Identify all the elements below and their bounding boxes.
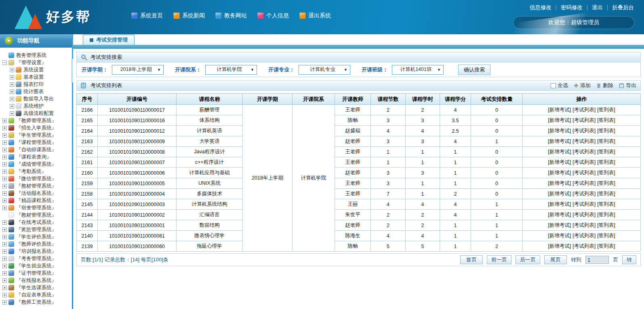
- exam-list-link[interactable]: [考试列表]: [572, 191, 596, 196]
- sidebar-item[interactable]: +系统维护: [2, 102, 72, 110]
- sidebar-item[interactable]: +『培训报名系统』: [2, 248, 72, 255]
- signin-sheet-link[interactable]: [签到表]: [597, 128, 615, 134]
- signin-sheet-link[interactable]: [签到表]: [597, 170, 615, 175]
- add-exam-link[interactable]: [新增考试]: [548, 212, 571, 217]
- nav-toggle-icon[interactable]: [5, 37, 13, 45]
- add-exam-link[interactable]: [新增考试]: [548, 170, 571, 175]
- sidebar-item[interactable]: +『活动报名系统』: [2, 190, 72, 197]
- add-exam-link[interactable]: [新增考试]: [548, 138, 571, 144]
- exam-list-link[interactable]: [考试列表]: [572, 138, 596, 144]
- add-exam-link[interactable]: [新增考试]: [548, 180, 571, 186]
- class-select[interactable]: 计算机1401班 ▼: [392, 65, 444, 75]
- expand-icon[interactable]: +: [2, 286, 7, 290]
- last-page-button[interactable]: 尾页: [544, 255, 567, 264]
- sidebar-item[interactable]: +『考务管理系统』: [2, 255, 72, 262]
- exam-list-link[interactable]: [考试列表]: [572, 243, 596, 249]
- expand-icon[interactable]: +: [2, 162, 7, 167]
- major-select[interactable]: 计算机专业 ▼: [299, 65, 350, 75]
- exam-list-link[interactable]: [考试列表]: [572, 212, 596, 217]
- collapse-icon[interactable]: −: [2, 61, 7, 65]
- expand-icon[interactable]: +: [10, 75, 14, 79]
- expand-icon[interactable]: +: [2, 235, 7, 239]
- next-page-button[interactable]: 后一页: [516, 255, 540, 264]
- add-exam-link[interactable]: [新增考试]: [548, 243, 571, 249]
- expand-icon[interactable]: +: [2, 300, 7, 305]
- sidebar-item[interactable]: +『课程管理系统』: [2, 139, 72, 146]
- expand-icon[interactable]: +: [2, 126, 7, 130]
- signin-sheet-link[interactable]: [签到表]: [597, 222, 615, 228]
- add-exam-link[interactable]: [新增考试]: [548, 191, 571, 196]
- signin-sheet-link[interactable]: [签到表]: [597, 149, 615, 154]
- expand-icon[interactable]: +: [2, 184, 7, 188]
- sidebar-item[interactable]: +报表打印: [2, 81, 72, 88]
- expand-icon[interactable]: +: [2, 119, 7, 123]
- exam-list-link[interactable]: [考试列表]: [572, 117, 596, 123]
- nav-home[interactable]: 系统首页: [131, 12, 163, 19]
- expand-icon[interactable]: +: [2, 198, 7, 203]
- sidebar-item[interactable]: +『学生就业系统』: [2, 262, 72, 269]
- sidebar-item[interactable]: +『考勤系统』: [2, 168, 72, 175]
- signin-sheet-link[interactable]: [签到表]: [597, 191, 615, 196]
- tab-exam-arrangement[interactable]: 考试安排管理: [83, 35, 135, 45]
- signin-sheet-link[interactable]: [签到表]: [597, 117, 615, 123]
- signin-sheet-link[interactable]: [签到表]: [597, 212, 615, 217]
- expand-icon[interactable]: +: [10, 111, 14, 116]
- expand-icon[interactable]: +: [2, 242, 7, 246]
- department-select[interactable]: 计算机学院 ▼: [205, 65, 257, 75]
- add-exam-link[interactable]: [新增考试]: [548, 107, 571, 113]
- sidebar-item[interactable]: +『奖惩管理系统』: [2, 226, 72, 233]
- signin-sheet-link[interactable]: [签到表]: [597, 107, 615, 113]
- sidebar-item[interactable]: +『在线考试系统』: [2, 219, 72, 226]
- nav-exit[interactable]: 退出系统: [299, 12, 331, 19]
- exam-list-link[interactable]: [考试列表]: [572, 180, 596, 186]
- nav-profile[interactable]: 个人信息: [257, 12, 289, 19]
- sidebar-header[interactable]: 功能导航: [0, 34, 72, 48]
- sidebar-item[interactable]: +『招生入学系统』: [2, 124, 72, 132]
- exam-list-link[interactable]: [考试列表]: [572, 222, 596, 228]
- sidebar-item[interactable]: +『在线报名系统』: [2, 277, 72, 284]
- nav-news[interactable]: 系统新闻: [173, 12, 205, 19]
- sidebar-item[interactable]: +『教师工资系统』: [2, 299, 72, 306]
- add-exam-link[interactable]: [新增考试]: [548, 159, 571, 165]
- goto-page-input[interactable]: [585, 256, 609, 264]
- sidebar-item[interactable]: +『教师评价系统』: [2, 240, 72, 248]
- sidebar-item[interactable]: +『微信管理系统』: [2, 175, 72, 182]
- export-button[interactable]: 导出: [619, 82, 636, 89]
- expand-icon[interactable]: +: [2, 271, 7, 276]
- expand-icon[interactable]: +: [10, 104, 14, 109]
- top-link-edit-info[interactable]: 信息修改: [525, 4, 556, 11]
- sidebar-item[interactable]: −『管理设置』: [2, 59, 72, 66]
- signin-sheet-link[interactable]: [签到表]: [597, 180, 615, 186]
- sidebar-item[interactable]: +『学生评价系统』: [2, 233, 72, 240]
- expand-icon[interactable]: +: [2, 206, 7, 210]
- expand-icon[interactable]: +: [2, 148, 7, 152]
- sidebar-item[interactable]: +数据导入导出: [2, 95, 72, 102]
- sidebar-item[interactable]: 教务管理系统: [2, 52, 72, 59]
- signin-sheet-link[interactable]: [签到表]: [597, 233, 615, 238]
- expand-icon[interactable]: +: [10, 90, 14, 94]
- top-link-change-password[interactable]: 密码修改: [556, 4, 587, 11]
- add-exam-link[interactable]: [新增考试]: [548, 128, 571, 134]
- expand-icon[interactable]: +: [2, 220, 7, 225]
- add-exam-link[interactable]: [新增考试]: [548, 149, 571, 154]
- expand-icon[interactable]: +: [2, 257, 7, 261]
- expand-icon[interactable]: +: [2, 278, 7, 283]
- exam-list-link[interactable]: [考试列表]: [572, 159, 596, 165]
- expand-icon[interactable]: +: [2, 191, 7, 196]
- sidebar-item[interactable]: +『学生管理系统』: [2, 132, 72, 139]
- sidebar-item[interactable]: +『证书管理系统』: [2, 269, 72, 277]
- delete-button[interactable]: 删除: [596, 82, 613, 89]
- exam-list-link[interactable]: [考试列表]: [572, 149, 596, 154]
- expand-icon[interactable]: +: [10, 82, 14, 87]
- sidebar-item[interactable]: +『精品课程系统』: [2, 197, 72, 204]
- exam-list-link[interactable]: [考试列表]: [572, 201, 596, 207]
- exam-list-link[interactable]: [考试列表]: [572, 107, 596, 113]
- sidebar-item[interactable]: +高级流程配置: [2, 110, 72, 117]
- sidebar-item[interactable]: +统计图表: [2, 88, 72, 95]
- add-exam-link[interactable]: [新增考试]: [548, 117, 571, 123]
- expand-icon[interactable]: +: [2, 293, 7, 297]
- select-all-checkbox[interactable]: [551, 83, 556, 88]
- sidebar-item[interactable]: 『教材管理系统』: [2, 211, 72, 219]
- sidebar-item[interactable]: +『宿舍管理系统』: [2, 204, 72, 211]
- expand-icon[interactable]: +: [10, 97, 14, 101]
